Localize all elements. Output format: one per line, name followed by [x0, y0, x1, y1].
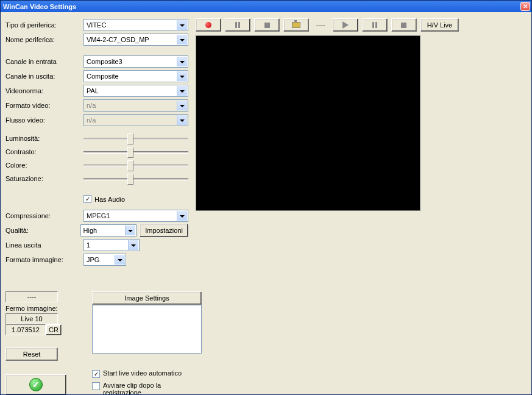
channel-in-select[interactable]: Composite3: [83, 55, 188, 68]
channel-in-value: Composite3: [87, 58, 122, 65]
device-type-value: VITEC: [87, 21, 106, 29]
window-title: WinCan Video Settings: [3, 3, 76, 10]
image-format-value: JPG: [87, 256, 99, 263]
has-audio-check-icon: ✓: [85, 196, 90, 202]
video-stream-value: n/a: [87, 116, 96, 124]
video-format-select: n/a: [83, 99, 188, 112]
toolbar-dash: ----: [313, 21, 329, 29]
image-format-label: Formato immagine:: [5, 256, 83, 263]
stop-icon: [401, 23, 406, 28]
line-out-select[interactable]: 1: [83, 239, 140, 251]
brightness-slider[interactable]: [83, 132, 188, 144]
live10-box: Live 10: [5, 313, 58, 324]
stop-play-button[interactable]: [391, 18, 417, 32]
settings-button-label: Impostazioni: [145, 227, 183, 234]
image-notes-textarea[interactable]: [92, 305, 202, 354]
ok-button[interactable]: ✓: [5, 374, 66, 395]
quality-select[interactable]: High: [80, 224, 137, 237]
close-button[interactable]: ✕: [520, 2, 530, 11]
play-icon: [342, 21, 349, 29]
video-format-value: n/a: [87, 102, 96, 109]
color-slider[interactable]: [83, 159, 188, 171]
compression-select[interactable]: MPEG1: [83, 210, 188, 222]
contrast-slider[interactable]: [83, 146, 188, 158]
channel-out-value: Composite: [87, 73, 119, 80]
device-type-select[interactable]: VITEC: [83, 19, 188, 31]
videonorm-value: PAL: [87, 87, 99, 94]
saturation-label: Saturazione:: [5, 175, 83, 182]
toolbar: ---- H/V Live: [196, 17, 527, 33]
channel-out-label: Canale in uscita:: [5, 73, 83, 80]
cr-button[interactable]: CR: [46, 324, 62, 335]
pause-play-button[interactable]: [362, 18, 388, 32]
pause-record-button[interactable]: [225, 18, 250, 32]
device-name-label: Nome periferica:: [5, 36, 83, 43]
settings-button[interactable]: Impostazioni: [140, 224, 188, 237]
compression-value: MPEG1: [87, 212, 110, 219]
videonorm-select[interactable]: PAL: [83, 85, 188, 97]
device-name-select[interactable]: VM4-2-C7_OSD_MP: [83, 34, 188, 46]
video-stream-select: n/a: [83, 114, 188, 126]
record-icon: [205, 22, 211, 28]
start-live-auto-label: Start live video automatico: [103, 369, 182, 377]
line-out-value: 1: [87, 241, 90, 249]
device-name-value: VM4-2-C7_OSD_MP: [87, 36, 149, 43]
pause-icon: [372, 22, 377, 28]
has-audio-checkbox[interactable]: ✓: [83, 195, 91, 203]
image-format-select[interactable]: JPG: [83, 254, 126, 266]
channel-out-select[interactable]: Composite: [83, 70, 188, 82]
freeze-image-label: Fermo immagine:: [5, 305, 66, 312]
video-stream-label: Flusso video:: [5, 116, 83, 124]
camera-icon: [292, 22, 300, 28]
brightness-label: Luminosità:: [5, 135, 83, 142]
stop-icon: [264, 23, 270, 28]
ok-check-icon: ✓: [29, 378, 43, 391]
ratio-box: 1.073512: [5, 324, 46, 335]
status-dash: ----: [5, 291, 58, 302]
pause-icon: [235, 22, 240, 28]
line-out-label: Linea uscita: [5, 241, 83, 249]
start-live-auto-check-icon: ✓: [94, 371, 99, 377]
start-live-auto-checkbox[interactable]: ✓: [92, 370, 100, 378]
quality-value: High: [83, 227, 98, 234]
video-format-label: Formato video:: [5, 102, 83, 109]
channel-in-label: Canale in entrata: [5, 58, 83, 65]
hv-live-label: H/V Live: [427, 21, 453, 29]
saturation-slider[interactable]: [83, 173, 188, 185]
title-bar: WinCan Video Settings ✕: [1, 1, 531, 12]
has-audio-label: Has Audio: [94, 196, 125, 203]
hv-live-button[interactable]: H/V Live: [420, 18, 459, 32]
snapshot-button[interactable]: [283, 18, 309, 32]
image-settings-label: Image Settings: [124, 294, 169, 302]
device-type-label: Tipo di periferica:: [5, 21, 83, 29]
color-label: Colore:: [5, 162, 83, 169]
video-preview: [196, 35, 420, 211]
image-settings-button[interactable]: Image Settings: [92, 291, 202, 305]
contrast-label: Contrasto:: [5, 148, 83, 155]
start-clip-after-checkbox[interactable]: [92, 382, 100, 390]
reset-button[interactable]: Reset: [5, 347, 58, 361]
reset-button-label: Reset: [23, 351, 41, 358]
record-button[interactable]: [196, 18, 221, 32]
quality-label: Qualità:: [5, 227, 80, 234]
videonorm-label: Videonorma:: [5, 87, 83, 94]
play-button[interactable]: [333, 18, 358, 32]
stop-record-button[interactable]: [254, 18, 280, 32]
start-clip-after-label: Avviare clip dopo la registrazione: [103, 382, 200, 395]
compression-label: Compressione:: [5, 212, 83, 219]
